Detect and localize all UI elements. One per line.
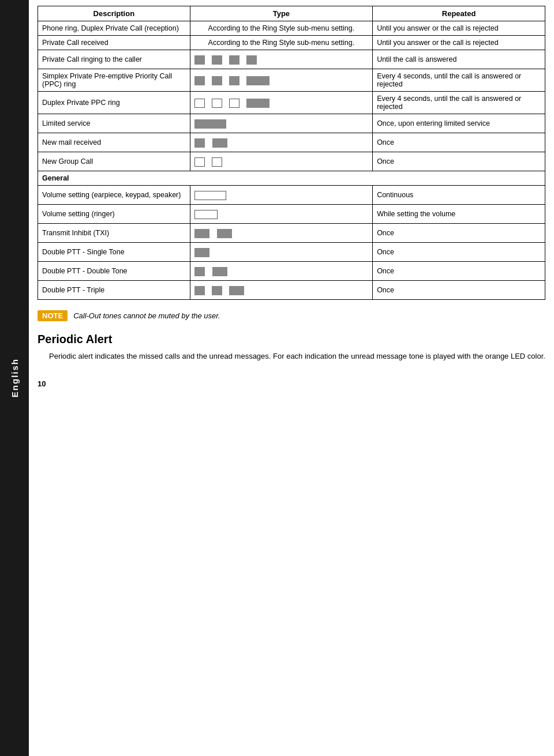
row-repeated: Every 4 seconds, until the call is answe…	[373, 69, 545, 92]
note-row: NOTE Call-Out tones cannot be muted by t…	[38, 310, 545, 321]
row-description: Transmit Inhibit (TXI)	[38, 224, 190, 243]
row-repeated: Once, upon entering limited service	[373, 114, 545, 133]
table-row: Simplex Private Pre-emptive Priority Cal…	[38, 69, 545, 92]
row-type: According to the Ring Style sub-menu set…	[190, 36, 372, 50]
row-type	[190, 133, 372, 152]
row-repeated: Once	[373, 281, 545, 300]
row-repeated: Every 4 seconds, until the call is answe…	[373, 92, 545, 114]
table-row: Volume setting (ringer)While setting the…	[38, 205, 545, 224]
row-repeated: Once	[373, 152, 545, 171]
row-type	[190, 69, 372, 92]
table-row: Limited serviceOnce, upon entering limit…	[38, 114, 545, 133]
row-description: Double PTT - Triple	[38, 281, 190, 300]
table-row: Double PTT - Double ToneOnce	[38, 262, 545, 281]
general-section-label: General	[38, 171, 545, 186]
table-row: Duplex Private PPC ringEvery 4 seconds, …	[38, 92, 545, 114]
header-description: Description	[38, 6, 190, 21]
table-row: Private Call ringing to the callerUntil …	[38, 50, 545, 69]
table-row: Volume setting (earpiece, keypad, speake…	[38, 186, 545, 205]
row-type	[190, 92, 372, 114]
row-type	[190, 281, 372, 300]
periodic-alert-body: Periodic alert indicates the missed call…	[38, 351, 545, 362]
row-repeated: Once	[373, 133, 545, 152]
row-description: Volume setting (ringer)	[38, 205, 190, 224]
row-description: Private Call received	[38, 36, 190, 50]
row-repeated: Until you answer or the call is rejected	[373, 21, 545, 36]
table-row: New Group CallOnce	[38, 152, 545, 171]
row-description: Double PTT - Double Tone	[38, 262, 190, 281]
row-type	[190, 205, 372, 224]
row-repeated: Until you answer or the call is rejected	[373, 36, 545, 50]
page-number: 10	[38, 379, 545, 388]
header-type: Type	[190, 6, 372, 21]
row-repeated: Until the call is answered	[373, 50, 545, 69]
note-badge: NOTE	[38, 310, 68, 321]
row-repeated: Once	[373, 262, 545, 281]
alert-table: Description Type Repeated Phone ring, Du…	[38, 6, 545, 300]
table-row: Double PTT - TripleOnce	[38, 281, 545, 300]
row-type: According to the Ring Style sub-menu set…	[190, 21, 372, 36]
row-repeated: While setting the volume	[373, 205, 545, 224]
row-description: Double PTT - Single Tone	[38, 243, 190, 262]
periodic-alert-title: Periodic Alert	[38, 333, 545, 346]
row-description: Phone ring, Duplex Private Call (recepti…	[38, 21, 190, 36]
row-type	[190, 114, 372, 133]
row-description: Limited service	[38, 114, 190, 133]
table-row: Double PTT - Single ToneOnce	[38, 243, 545, 262]
row-repeated: Once	[373, 243, 545, 262]
row-type	[190, 224, 372, 243]
row-description: Volume setting (earpiece, keypad, speake…	[38, 186, 190, 205]
table-row: Private Call receivedAccording to the Ri…	[38, 36, 545, 50]
sidebar-label: English	[10, 358, 20, 397]
row-description: New Group Call	[38, 152, 190, 171]
row-type	[190, 50, 372, 69]
note-text: Call-Out tones cannot be muted by the us…	[73, 311, 220, 320]
row-type	[190, 262, 372, 281]
row-type	[190, 186, 372, 205]
row-type	[190, 152, 372, 171]
row-repeated: Continuous	[373, 186, 545, 205]
row-description: Duplex Private PPC ring	[38, 92, 190, 114]
table-row: General	[38, 171, 545, 186]
row-description: New mail received	[38, 133, 190, 152]
sidebar: English	[0, 0, 29, 756]
table-row: New mail receivedOnce	[38, 133, 545, 152]
header-repeated: Repeated	[373, 6, 545, 21]
row-type	[190, 243, 372, 262]
table-row: Transmit Inhibit (TXI)Once	[38, 224, 545, 243]
row-description: Simplex Private Pre-emptive Priority Cal…	[38, 69, 190, 92]
row-description: Private Call ringing to the caller	[38, 50, 190, 69]
main-content: Description Type Repeated Phone ring, Du…	[29, 0, 554, 756]
row-repeated: Once	[373, 224, 545, 243]
table-row: Phone ring, Duplex Private Call (recepti…	[38, 21, 545, 36]
